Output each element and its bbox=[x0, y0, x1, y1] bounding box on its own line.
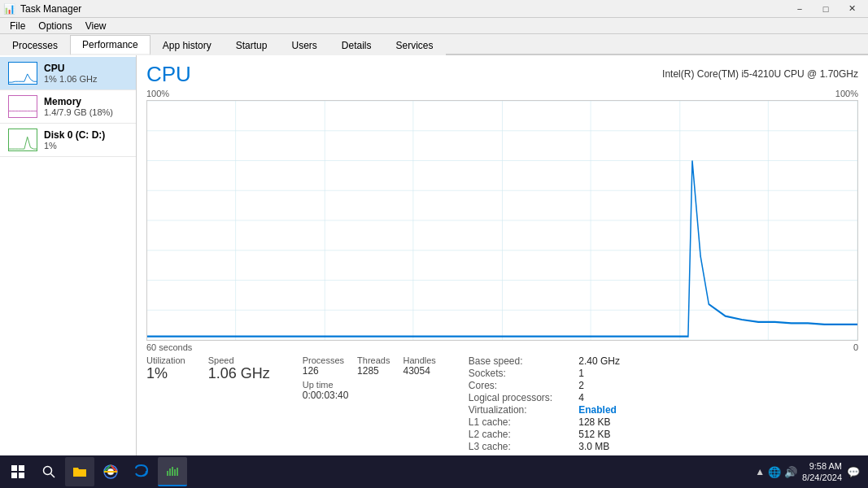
file-explorer-button[interactable] bbox=[65, 457, 94, 486]
notification-icon[interactable]: 💬 bbox=[847, 466, 860, 478]
sidebar-cpu-text: CPU 1% 1.06 GHz bbox=[44, 63, 128, 84]
virtualization-label: Virtualization: bbox=[469, 404, 552, 416]
chart-100-label: 100% bbox=[835, 89, 858, 98]
chart-y-label: 100% bbox=[146, 89, 169, 98]
start-button[interactable] bbox=[3, 457, 33, 486]
l3-cache-value: 3.0 MB bbox=[578, 441, 620, 452]
svg-rect-20 bbox=[19, 473, 24, 478]
taskbar-system-icons: ▲ 🌐 🔊 bbox=[755, 466, 797, 478]
svg-rect-26 bbox=[169, 468, 171, 476]
chrome-button[interactable] bbox=[96, 457, 125, 486]
memory-mini-chart bbox=[8, 95, 37, 118]
utilization-section: Utilization 1% bbox=[146, 355, 185, 382]
stats-area: Utilization 1% Speed 1.06 GHz Processes … bbox=[146, 355, 858, 452]
tab-users[interactable]: Users bbox=[279, 36, 329, 55]
tab-startup[interactable]: Startup bbox=[224, 36, 280, 55]
sidebar-item-memory[interactable]: Memory 1.4/7.9 GB (18%) bbox=[0, 90, 136, 124]
chart-time-right: 0 bbox=[853, 342, 858, 352]
sidebar-cpu-title: CPU bbox=[44, 63, 128, 74]
processes-value: 126 bbox=[303, 365, 344, 377]
l1-cache-label: L1 cache: bbox=[469, 416, 552, 428]
cores-value: 2 bbox=[578, 380, 620, 391]
sidebar-item-disk[interactable]: Disk 0 (C: D:) 1% bbox=[0, 124, 136, 157]
uptime-value: 0:00:03:40 bbox=[303, 390, 436, 401]
sockets-value: 1 bbox=[578, 368, 620, 379]
processes-label: Processes bbox=[303, 355, 344, 365]
panel-subtitle: Intel(R) Core(TM) i5-4210U CPU @ 1.70GHz bbox=[662, 68, 858, 80]
title-bar: 📊 Task Manager − □ ✕ bbox=[0, 0, 868, 18]
chart-label-row: 100% 100% bbox=[146, 89, 858, 98]
tab-details[interactable]: Details bbox=[329, 36, 384, 55]
panel-header: CPU Intel(R) Core(TM) i5-4210U CPU @ 1.7… bbox=[146, 62, 858, 87]
l1-cache-value: 128 KB bbox=[578, 416, 620, 428]
utilization-label: Utilization bbox=[146, 355, 185, 365]
utilization-value: 1% bbox=[146, 365, 185, 382]
uptime-section: Up time 0:00:03:40 bbox=[303, 380, 436, 401]
svg-rect-18 bbox=[19, 465, 24, 471]
uptime-label: Up time bbox=[303, 380, 436, 390]
handles-section: Handles 43054 bbox=[403, 355, 435, 377]
sidebar-cpu-subtitle: 1% 1.06 GHz bbox=[44, 74, 128, 84]
handles-value: 43054 bbox=[403, 365, 435, 377]
title-bar-controls: − □ ✕ bbox=[787, 0, 865, 18]
threads-label: Threads bbox=[357, 355, 390, 365]
processes-section: Processes 126 bbox=[303, 355, 344, 377]
svg-point-21 bbox=[44, 467, 52, 475]
tab-bar: Processes Performance App history Startu… bbox=[0, 34, 868, 55]
logical-processors-label: Logical processors: bbox=[469, 392, 552, 403]
sidebar: CPU 1% 1.06 GHz Memory 1.4/7.9 GB (18%) bbox=[0, 55, 137, 455]
menu-options[interactable]: Options bbox=[32, 19, 78, 33]
threads-value: 1285 bbox=[357, 365, 390, 377]
tab-app-history[interactable]: App history bbox=[150, 36, 224, 55]
taskbar: ▲ 🌐 🔊 9:58 AM 8/24/2024 💬 bbox=[0, 455, 868, 488]
cpu-chart bbox=[146, 100, 858, 341]
tab-services[interactable]: Services bbox=[384, 36, 446, 55]
chart-time-left: 60 seconds bbox=[146, 342, 192, 352]
sidebar-memory-text: Memory 1.4/7.9 GB (18%) bbox=[44, 96, 128, 117]
threads-section: Threads 1285 bbox=[357, 355, 390, 377]
spec-grid: Base speed: 2.40 GHz Sockets: 1 Cores: 2… bbox=[469, 355, 620, 452]
handles-label: Handles bbox=[403, 355, 435, 365]
close-button[interactable]: ✕ bbox=[839, 0, 865, 18]
sidebar-memory-subtitle: 1.4/7.9 GB (18%) bbox=[44, 107, 128, 117]
sidebar-disk-subtitle: 1% bbox=[44, 141, 128, 150]
search-button[interactable] bbox=[34, 457, 63, 486]
chevron-up-taskbar-icon[interactable]: ▲ bbox=[755, 466, 765, 477]
speed-label: Speed bbox=[208, 355, 270, 365]
sockets-label: Sockets: bbox=[469, 368, 552, 379]
sidebar-item-cpu[interactable]: CPU 1% 1.06 GHz bbox=[0, 57, 136, 90]
title-bar-left: 📊 Task Manager bbox=[3, 3, 81, 15]
menu-file[interactable]: File bbox=[3, 19, 32, 33]
menu-bar: File Options View bbox=[0, 18, 868, 34]
main-content: CPU 1% 1.06 GHz Memory 1.4/7.9 GB (18%) bbox=[0, 55, 868, 455]
title-bar-title: Task Manager bbox=[20, 3, 81, 15]
l2-cache-value: 512 KB bbox=[578, 429, 620, 440]
sidebar-memory-title: Memory bbox=[44, 96, 128, 107]
svg-rect-19 bbox=[11, 473, 17, 478]
taskbar-left bbox=[3, 457, 187, 486]
maximize-button[interactable]: □ bbox=[813, 0, 839, 18]
app-icon: 📊 bbox=[3, 3, 15, 15]
taskbar-right: ▲ 🌐 🔊 9:58 AM 8/24/2024 💬 bbox=[755, 460, 865, 484]
minimize-button[interactable]: − bbox=[787, 0, 813, 18]
speed-section: Speed 1.06 GHz bbox=[208, 355, 270, 382]
network-icon: 🌐 bbox=[768, 466, 781, 478]
cpu-mini-chart bbox=[8, 62, 37, 85]
svg-line-22 bbox=[51, 474, 55, 478]
edge-button[interactable] bbox=[127, 457, 156, 486]
panel-title: CPU bbox=[146, 62, 191, 87]
virtualization-value: Enabled bbox=[578, 404, 620, 416]
process-stats: Processes 126 Threads 1285 Handles 43054… bbox=[303, 355, 436, 401]
l3-cache-label: L3 cache: bbox=[469, 441, 552, 452]
menu-view[interactable]: View bbox=[79, 19, 113, 33]
svg-rect-27 bbox=[172, 467, 173, 476]
logical-processors-value: 4 bbox=[578, 392, 620, 403]
tab-processes[interactable]: Processes bbox=[0, 36, 70, 55]
clock-date: 8/24/2024 bbox=[802, 472, 842, 483]
volume-icon: 🔊 bbox=[784, 466, 797, 478]
svg-rect-17 bbox=[11, 465, 17, 471]
clock-time: 9:58 AM bbox=[802, 460, 842, 472]
taskmanager-taskbar-button[interactable] bbox=[158, 457, 187, 486]
taskbar-clock[interactable]: 9:58 AM 8/24/2024 bbox=[802, 460, 842, 484]
tab-performance[interactable]: Performance bbox=[70, 35, 150, 55]
